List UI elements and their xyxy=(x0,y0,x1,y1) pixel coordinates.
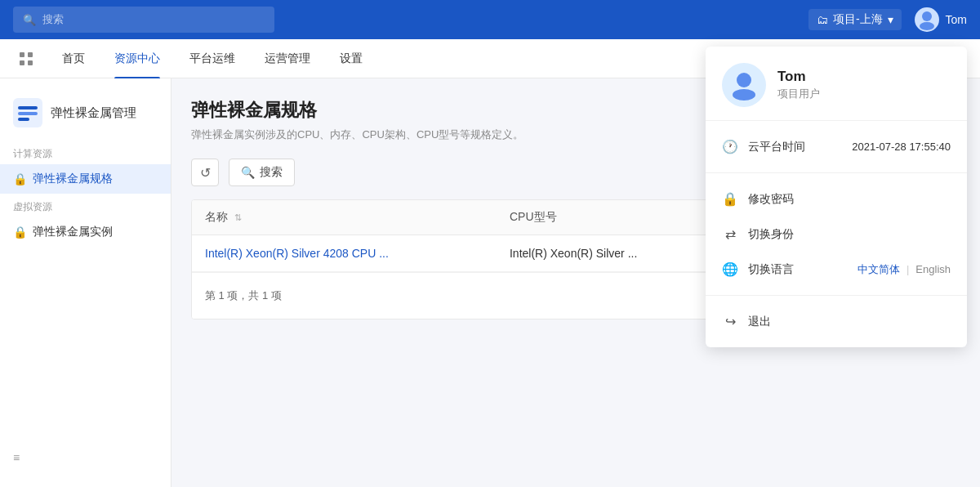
search-icon: 🔍 xyxy=(23,14,36,26)
search-btn-label: 搜索 xyxy=(260,165,283,180)
refresh-button[interactable]: ↺ xyxy=(191,159,219,186)
sidebar-logo: 弹性裸金属管理 xyxy=(0,92,171,141)
switch-identity-label: 切换身份 xyxy=(748,227,951,242)
switch-language-label: 切换语言 xyxy=(748,262,848,277)
nav-operations[interactable]: 运营管理 xyxy=(252,39,323,78)
clock-icon: 🕐 xyxy=(722,139,738,154)
svg-rect-5 xyxy=(28,52,33,57)
refresh-icon: ↺ xyxy=(200,165,211,181)
dropdown-time-item: 🕐 云平台时间 2021-07-28 17:55:40 xyxy=(706,129,967,164)
pagination-info: 第 1 项，共 1 项 xyxy=(205,288,282,303)
svg-point-3 xyxy=(733,89,755,101)
switch-identity-item[interactable]: ⇄ 切换身份 xyxy=(706,217,967,252)
folder-icon: 🗂 xyxy=(817,13,828,26)
svg-rect-4 xyxy=(20,52,24,57)
topbar: 🔍 搜索 🗂 项目-上海 ▾ Tom xyxy=(0,0,980,39)
lock-sidebar-icon: 🔒 xyxy=(13,172,26,185)
sidebar-item-bm-spec[interactable]: 🔒 弹性裸金属规格 xyxy=(0,164,171,194)
topbar-left: 🔍 搜索 xyxy=(13,7,274,33)
switch-icon: ⇄ xyxy=(722,226,738,242)
logout-label: 退出 xyxy=(748,315,951,329)
logout-icon: ↪ xyxy=(722,314,738,329)
language-icon: 🌐 xyxy=(722,261,738,277)
time-value: 2021-07-28 17:55:40 xyxy=(852,141,951,153)
sidebar: 弹性裸金属管理 计算资源 🔒 弹性裸金属规格 虚拟资源 🔒 弹性裸金属实例 ≡ xyxy=(0,78,172,487)
svg-rect-6 xyxy=(20,60,24,65)
change-password-label: 修改密码 xyxy=(748,192,951,207)
sidebar-collapse[interactable]: ≡ xyxy=(0,441,171,474)
chevron-down-icon: ▾ xyxy=(888,13,893,26)
row-name-link[interactable]: Intel(R) Xeon(R) Silver 4208 CPU ... xyxy=(205,247,389,260)
nav-home[interactable]: 首页 xyxy=(49,39,98,78)
switch-language-item[interactable]: 🌐 切换语言 中文简体 | English xyxy=(706,252,967,287)
dropdown-username: Tom xyxy=(777,69,820,85)
user-button[interactable]: Tom xyxy=(915,7,967,32)
nav-platform-ops[interactable]: 平台运维 xyxy=(176,39,248,78)
topbar-right-wrapper: 🗂 项目-上海 ▾ Tom xyxy=(808,7,967,32)
user-name-label: Tom xyxy=(946,13,967,26)
user-dropdown: Tom 项目用户 🕐 云平台时间 2021-07-28 17:55:40 🔒 修… xyxy=(706,47,967,347)
svg-rect-9 xyxy=(18,106,38,109)
search-placeholder: 搜索 xyxy=(42,12,64,27)
dropdown-user-info: Tom 项目用户 xyxy=(777,69,820,101)
nav-resource-center[interactable]: 资源中心 xyxy=(101,39,173,78)
svg-rect-11 xyxy=(18,118,29,121)
sidebar-logo-text: 弹性裸金属管理 xyxy=(51,105,136,121)
lock-sidebar-icon-2: 🔒 xyxy=(13,226,26,239)
dropdown-logout-section: ↪ 退出 xyxy=(706,296,967,347)
lang-chinese[interactable]: 中文简体 xyxy=(858,262,900,277)
project-selector[interactable]: 🗂 项目-上海 ▾ xyxy=(808,9,902,30)
change-password-item[interactable]: 🔒 修改密码 xyxy=(706,181,967,217)
project-label: 项目-上海 xyxy=(833,12,883,27)
collapse-icon: ≡ xyxy=(13,451,20,464)
svg-rect-7 xyxy=(28,60,33,65)
svg-rect-10 xyxy=(18,112,38,115)
svg-point-1 xyxy=(920,22,934,30)
time-label: 云平台时间 xyxy=(748,140,842,154)
svg-point-0 xyxy=(922,11,932,21)
user-avatar-top xyxy=(915,7,939,32)
dropdown-role: 项目用户 xyxy=(777,87,820,101)
svg-point-2 xyxy=(737,73,751,87)
search-button[interactable]: 🔍 搜索 xyxy=(229,159,295,186)
sidebar-item-bm-spec-label: 弹性裸金属规格 xyxy=(33,172,113,186)
cell-name: Intel(R) Xeon(R) Silver 4208 CPU ... xyxy=(192,235,497,272)
sidebar-item-bm-instance[interactable]: 🔒 弹性裸金属实例 xyxy=(0,217,171,247)
lang-english[interactable]: English xyxy=(915,263,951,275)
cell-cpu-model: Intel(R) Xeon(R) Silver ... xyxy=(497,235,720,272)
sidebar-item-bm-instance-label: 弹性裸金属实例 xyxy=(33,225,113,239)
dropdown-actions-section: 🔒 修改密码 ⇄ 切换身份 🌐 切换语言 中文简体 | English xyxy=(706,173,967,296)
user-avatar-large xyxy=(722,63,766,107)
nav-settings[interactable]: 设置 xyxy=(327,39,376,78)
dropdown-time-section: 🕐 云平台时间 2021-07-28 17:55:40 xyxy=(706,121,967,173)
col-name[interactable]: 名称 ⇅ xyxy=(192,200,497,235)
lang-divider: | xyxy=(906,263,909,275)
sidebar-section-virtual: 虚拟资源 xyxy=(0,194,171,217)
grid-icon[interactable] xyxy=(13,46,39,72)
logout-item[interactable]: ↪ 退出 xyxy=(706,304,967,339)
lock-icon: 🔒 xyxy=(722,191,738,207)
topbar-right: 🗂 项目-上海 ▾ Tom xyxy=(808,7,967,32)
search-bar[interactable]: 🔍 搜索 xyxy=(13,7,274,33)
search-btn-icon: 🔍 xyxy=(241,166,255,179)
language-options: 中文简体 | English xyxy=(858,262,951,277)
sort-icon-name: ⇅ xyxy=(234,212,242,222)
col-cpu-model: CPU型号 xyxy=(497,200,720,235)
sidebar-section-compute: 计算资源 xyxy=(0,141,171,164)
dropdown-header: Tom 项目用户 xyxy=(706,47,967,121)
